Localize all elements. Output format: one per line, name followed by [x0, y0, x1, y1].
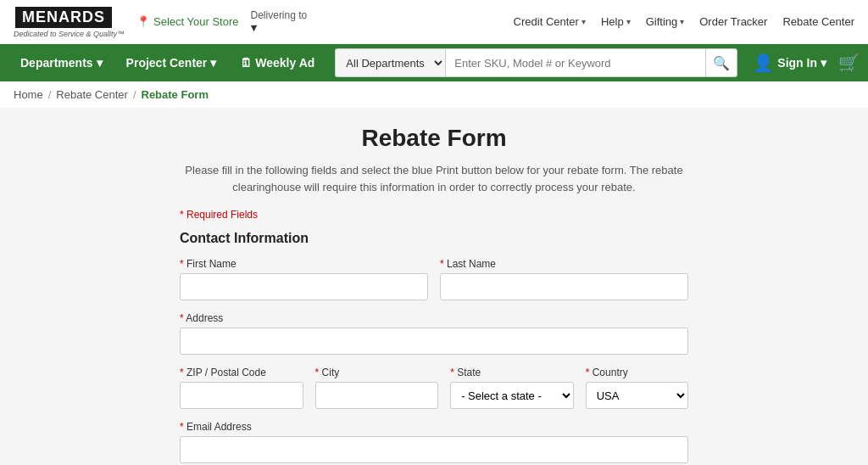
logo-area: MENARDS Dedicated to Service & Quality™ [14, 5, 125, 38]
chevron-down-icon: ▾ [97, 56, 103, 70]
help-link[interactable]: Help ▾ [601, 15, 631, 28]
main-content: Rebate Form Please fill in the following… [0, 108, 868, 465]
state-group: * State - Select a state - [450, 367, 574, 409]
required-notice: * Required Fields [180, 209, 688, 221]
pin-icon: 📍 [136, 15, 150, 28]
nav-bar: Departments ▾ Project Center ▾ 🗓 Weekly … [0, 44, 868, 81]
first-name-input[interactable] [180, 273, 428, 300]
top-bar-right: Credit Center ▾ Help ▾ Gifting ▾ Order T… [514, 15, 854, 28]
logo-tagline: Dedicated to Service & Quality™ [14, 30, 125, 38]
form-subtitle: Please fill in the following fields and … [180, 162, 688, 195]
address-label: * Address [180, 312, 688, 324]
logo[interactable]: MENARDS [14, 5, 114, 30]
chevron-down-icon: ▾ [210, 56, 216, 70]
delivering-label: Delivering to [251, 9, 308, 21]
order-tracker-link[interactable]: Order Tracker [699, 15, 767, 28]
state-select[interactable]: - Select a state - [450, 382, 574, 409]
departments-label: Departments [20, 56, 93, 70]
project-center-label: Project Center [126, 56, 208, 70]
search-input[interactable] [445, 48, 705, 77]
chevron-down-icon: ▾ [581, 17, 586, 26]
address-input[interactable] [180, 328, 688, 355]
nav-departments[interactable]: Departments ▾ [8, 44, 114, 81]
state-label: * State [450, 367, 574, 378]
zip-input[interactable] [180, 382, 303, 409]
top-bar-left: MENARDS Dedicated to Service & Quality™ … [14, 5, 307, 38]
chevron-down-icon: ▾ [680, 17, 684, 26]
last-name-group: * Last Name [440, 258, 688, 300]
contact-info-section-title: Contact Information [180, 231, 688, 246]
nav-weekly-ad[interactable]: 🗓 Weekly Ad [228, 44, 326, 81]
first-name-label: * First Name [180, 258, 428, 270]
form-title: Rebate Form [180, 125, 688, 152]
email-group: * Email Address [180, 421, 688, 463]
country-select[interactable]: USA [586, 382, 688, 409]
zip-label: * ZIP / Postal Code [180, 367, 303, 378]
search-icon: 🔍 [713, 55, 730, 71]
country-group: * Country USA [586, 367, 688, 409]
last-name-label: * Last Name [440, 258, 688, 270]
name-row: * First Name * Last Name [180, 258, 688, 300]
search-button[interactable]: 🔍 [705, 48, 737, 77]
email-row: * Email Address [180, 421, 688, 463]
weekly-ad-label: Weekly Ad [255, 56, 314, 70]
zip-group: * ZIP / Postal Code [180, 367, 303, 409]
country-label: * Country [586, 367, 688, 378]
sign-in-area[interactable]: 👤 Sign In ▾ [746, 53, 833, 73]
address-row: * Address [180, 312, 688, 355]
breadcrumb-rebate-center[interactable]: Rebate Center [56, 88, 128, 101]
chevron-down-icon: ▾ [626, 17, 631, 26]
address-group: * Address [180, 312, 688, 355]
cart-button[interactable]: 🛒 [838, 53, 860, 73]
first-name-group: * First Name [180, 258, 428, 300]
breadcrumb: Home / Rebate Center / Rebate Form [0, 81, 868, 108]
gifting-link[interactable]: Gifting ▾ [646, 15, 685, 28]
search-category-select[interactable]: All Departments [335, 48, 445, 77]
calendar-icon: 🗓 [240, 56, 252, 70]
city-group: * City [315, 367, 439, 409]
breadcrumb-home[interactable]: Home [14, 88, 43, 101]
breadcrumb-separator: / [133, 88, 136, 101]
breadcrumb-current: Rebate Form [142, 88, 209, 101]
breadcrumb-separator: / [48, 88, 52, 101]
chevron-down-icon: ▾ [821, 56, 826, 70]
store-selector-label: Select Your Store [153, 15, 238, 28]
form-container: Rebate Form Please fill in the following… [180, 125, 688, 465]
account-icon: 👤 [753, 53, 774, 73]
location-row: * ZIP / Postal Code * City * State - Sel… [180, 367, 688, 409]
email-label: * Email Address [180, 421, 688, 433]
top-bar: MENARDS Dedicated to Service & Quality™ … [0, 0, 868, 44]
delivering-chevron: ▾ [251, 21, 257, 34]
store-selector[interactable]: 📍 Select Your Store [136, 15, 238, 28]
city-label: * City [315, 367, 439, 378]
rebate-center-link[interactable]: Rebate Center [782, 15, 854, 28]
nav-project-center[interactable]: Project Center ▾ [114, 44, 229, 81]
city-input[interactable] [315, 382, 439, 409]
credit-center-link[interactable]: Credit Center ▾ [514, 15, 586, 28]
sign-in-label: Sign In [777, 56, 817, 70]
search-area: All Departments 🔍 [335, 48, 737, 77]
email-input[interactable] [180, 436, 688, 463]
last-name-input[interactable] [440, 273, 688, 300]
delivering-to[interactable]: Delivering to ▾ [251, 9, 308, 34]
